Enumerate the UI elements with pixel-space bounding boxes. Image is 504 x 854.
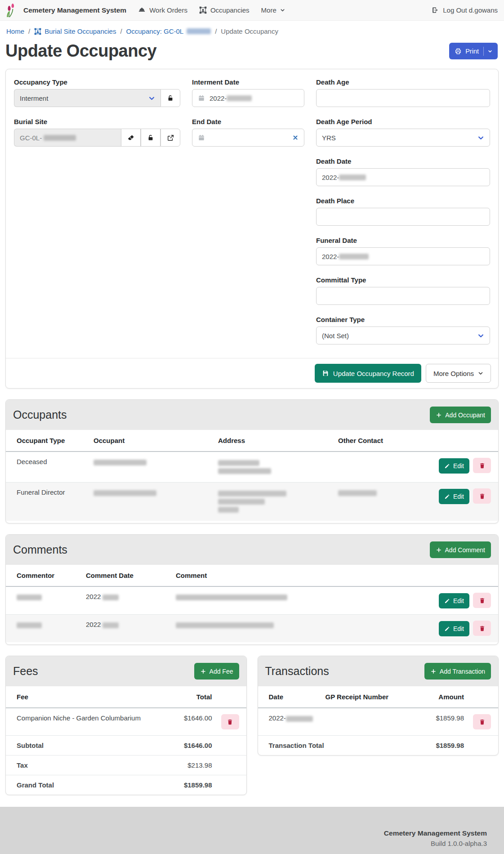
- trash-icon: [479, 719, 486, 725]
- funeral-date-input[interactable]: 2022-: [316, 247, 490, 265]
- occupant-type: Deceased: [6, 452, 89, 483]
- nav-occupancies[interactable]: Occupancies: [199, 6, 250, 14]
- comments-card: Comments Add Comment Commentor Comment D…: [5, 534, 499, 645]
- clear-x-icon[interactable]: [292, 134, 299, 141]
- end-date-input[interactable]: [192, 129, 304, 147]
- delete-comment-button[interactable]: [473, 621, 491, 636]
- transaction-row: 2022- $1859.98: [258, 708, 499, 736]
- burial-site-unlock-button[interactable]: [141, 129, 161, 147]
- redacted-text: [339, 254, 369, 259]
- title-row: Update Occupancy Print: [5, 41, 498, 61]
- interment-date-value: 2022-: [210, 94, 227, 102]
- delete-occupant-button[interactable]: [473, 488, 491, 504]
- breadcrumb-home[interactable]: Home: [6, 27, 24, 35]
- lock-open-icon: [147, 134, 155, 142]
- edit-comment-button[interactable]: Edit: [439, 593, 469, 608]
- occupants-table: Occupant Type Occupant Address Other Con…: [6, 430, 498, 521]
- occupancy-frame-icon: [199, 6, 207, 14]
- fees-grand-total-value: $1859.98: [167, 775, 217, 795]
- fee-row: Companion Niche - Garden Columbarium $16…: [6, 708, 246, 736]
- app-title: Cemetery Management System: [23, 6, 126, 14]
- hard-hat-icon: [138, 6, 146, 14]
- print-button[interactable]: Print: [449, 43, 498, 59]
- death-date-input[interactable]: 2022-: [316, 168, 490, 186]
- trash-icon: [479, 493, 486, 500]
- add-comment-button[interactable]: Add Comment: [430, 541, 491, 558]
- add-occupant-label: Add Occupant: [445, 411, 485, 419]
- fees-title: Fees: [13, 665, 38, 678]
- occupancy-type-unlock-button[interactable]: [161, 89, 180, 107]
- death-age-period-select[interactable]: YRS: [316, 129, 490, 147]
- calendar-icon: [198, 94, 205, 102]
- add-fee-button[interactable]: Add Fee: [194, 663, 239, 680]
- redacted-text: [17, 595, 42, 600]
- edit-occupant-button[interactable]: Edit: [439, 458, 469, 474]
- redacted-text: [176, 595, 287, 600]
- occupants-col-type: Occupant Type: [6, 430, 89, 452]
- fees-subtotal-value: $1646.00: [167, 736, 217, 756]
- burial-site-input[interactable]: GC-0L-: [14, 129, 121, 147]
- redacted-text: [94, 460, 147, 465]
- trash-icon: [479, 462, 486, 469]
- comment-date: 2022: [86, 621, 101, 628]
- delete-comment-button[interactable]: [473, 593, 491, 608]
- occupancy-type-label: Occupancy Type: [14, 78, 180, 86]
- occupancy-type-select[interactable]: Interment: [14, 89, 161, 107]
- logout-icon: [432, 6, 439, 14]
- container-type-select[interactable]: (Not Set): [316, 326, 490, 344]
- fees-card: Fees Add Fee Fee Total: [5, 656, 247, 795]
- add-fee-label: Add Fee: [210, 668, 233, 675]
- navbar: Cemetery Management System Work Orders: [0, 0, 504, 21]
- breadcrumb-burial-site-occupancies[interactable]: Burial Site Occupancies: [34, 27, 116, 35]
- delete-transaction-button[interactable]: [473, 714, 491, 729]
- occupants-col-occupant: Occupant: [89, 430, 214, 452]
- add-occupant-button[interactable]: Add Occupant: [430, 407, 491, 423]
- breadcrumb-occupancy[interactable]: Occupancy: GC-0L: [126, 27, 211, 35]
- nav-more[interactable]: More: [261, 6, 285, 14]
- transactions-table: Date GP Receipt Number Amount 2022- $185…: [258, 686, 499, 755]
- breadcrumb: Home / Burial Site Occupancies / Occupan…: [0, 21, 504, 39]
- delete-fee-button[interactable]: [221, 714, 239, 729]
- burial-site-open-link-button[interactable]: [161, 129, 180, 147]
- delete-occupant-button[interactable]: [473, 458, 491, 473]
- burial-site-value: GC-0L-: [20, 134, 42, 142]
- edit-occupant-button[interactable]: Edit: [439, 489, 469, 504]
- occupancy-type-value: Interment: [20, 94, 48, 102]
- plus-icon: [200, 668, 206, 675]
- committal-type-input[interactable]: [316, 287, 490, 305]
- logout-link[interactable]: Log Out d.gowans: [432, 6, 498, 14]
- pencil-icon: [444, 463, 450, 469]
- comments-table: Commentor Comment Date Comment 2022: [6, 565, 498, 642]
- redacted-text: [218, 491, 286, 496]
- plus-icon: [436, 547, 442, 553]
- more-options-button[interactable]: More Options: [426, 364, 491, 383]
- update-occupancy-record-label: Update Occupancy Record: [333, 370, 414, 377]
- add-comment-label: Add Comment: [445, 546, 485, 554]
- fees-table: Fee Total Companion Niche - Garden Colum…: [6, 686, 246, 795]
- trash-icon: [227, 719, 233, 725]
- interment-date-input[interactable]: 2022-: [192, 89, 304, 107]
- pencil-icon: [444, 494, 450, 500]
- burial-site-clear-button[interactable]: [121, 129, 141, 147]
- redacted-text: [286, 716, 313, 722]
- occupants-col-other-contact: Other Contact: [334, 430, 430, 452]
- chevron-down-icon: [148, 95, 155, 102]
- edit-comment-button[interactable]: Edit: [439, 621, 469, 636]
- death-place-input[interactable]: [316, 208, 490, 226]
- transactions-col-receipt: GP Receipt Number: [321, 686, 415, 708]
- transaction-amount: $1859.98: [415, 708, 468, 736]
- add-transaction-button[interactable]: Add Transaction: [424, 663, 491, 680]
- nav-work-orders[interactable]: Work Orders: [138, 6, 187, 14]
- container-type-value: (Not Set): [322, 332, 349, 340]
- update-occupancy-record-button[interactable]: Update Occupancy Record: [315, 364, 421, 383]
- death-date-label: Death Date: [316, 157, 490, 165]
- chevron-down-icon: [478, 371, 483, 376]
- death-age-input[interactable]: [316, 89, 490, 107]
- breadcrumb-occupancy-label: Occupancy: GC-0L: [126, 27, 184, 35]
- page-footer: Cemetery Management System Build 1.0.0-a…: [0, 807, 504, 854]
- save-icon: [322, 370, 329, 377]
- edit-occupant-label: Edit: [453, 493, 464, 500]
- occupant-row: Funeral Director Edit: [6, 483, 498, 521]
- comment-row: 2022 Edit: [6, 586, 498, 615]
- bottom-row: Fees Add Fee Fee Total: [5, 656, 499, 795]
